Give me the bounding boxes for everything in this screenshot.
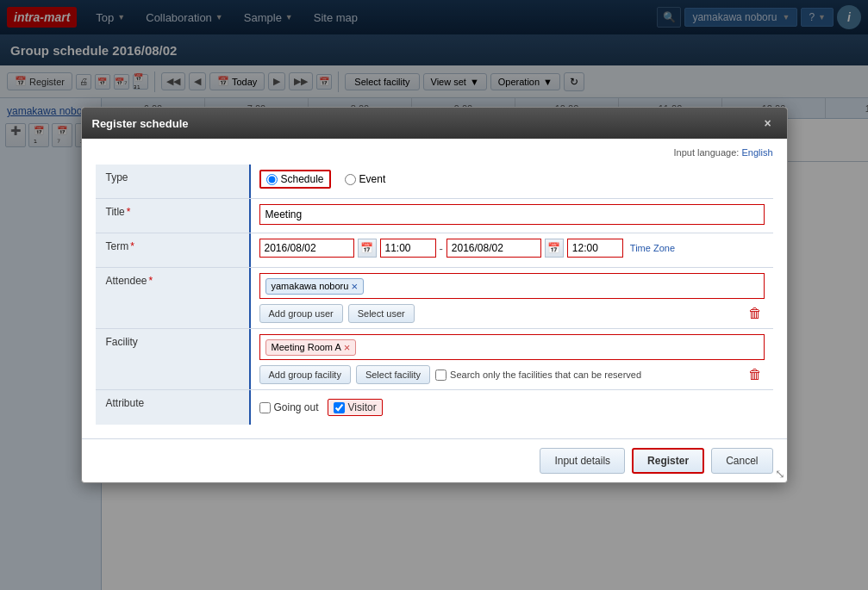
attribute-content: Going out Visitor xyxy=(251,390,773,425)
facility-tag-remove[interactable]: × xyxy=(344,342,351,353)
dialog-close-button[interactable]: × xyxy=(759,115,777,132)
add-group-user-button[interactable]: Add group user xyxy=(259,304,343,323)
dialog-title: Register schedule xyxy=(92,117,189,130)
dialog-body: Input language: English Type Schedule xyxy=(82,139,787,438)
facility-controls: Add group facility Select facility Searc… xyxy=(259,365,765,384)
attendee-required-marker: * xyxy=(149,275,153,287)
term-start-time-input[interactable] xyxy=(380,239,436,258)
attendee-btn-row: Add group user Select user xyxy=(259,304,415,323)
type-content: Schedule Event xyxy=(251,165,773,198)
attribute-label: Attribute xyxy=(96,390,251,425)
going-out-label: Going out xyxy=(274,401,319,413)
type-schedule-radio[interactable] xyxy=(266,174,278,185)
type-row: Type Schedule Event xyxy=(96,165,773,199)
type-schedule-option[interactable]: Schedule xyxy=(259,170,331,189)
title-required-marker: * xyxy=(127,206,131,218)
title-row: Title * xyxy=(96,199,773,233)
facility-content: Meeting Room A × Add group facility Sele… xyxy=(251,329,773,389)
title-input[interactable] xyxy=(259,204,765,225)
facility-delete-icon[interactable]: 🗑 xyxy=(746,365,765,384)
facility-tag: Meeting Room A × xyxy=(265,339,357,356)
resize-handle[interactable]: ⤡ xyxy=(775,467,785,481)
facility-label: Facility xyxy=(96,329,251,389)
attendee-tag-remove[interactable]: × xyxy=(351,281,358,292)
dialog-footer: Input details Register Cancel ⤡ xyxy=(82,438,787,482)
input-language-link[interactable]: English xyxy=(741,147,772,158)
title-label: Title * xyxy=(96,199,251,233)
facility-btn-row: Add group facility Select facility Searc… xyxy=(259,365,642,384)
dialog-header: Register schedule × xyxy=(82,108,787,139)
term-start-date-input[interactable] xyxy=(259,239,354,258)
type-event-option[interactable]: Event xyxy=(345,173,386,185)
attendee-content: yamakawa noboru × Add group user Select … xyxy=(251,268,773,328)
title-content xyxy=(251,199,773,233)
term-required-marker: * xyxy=(130,240,134,252)
term-date-time-row: 📅 - 📅 Time Zone xyxy=(259,239,765,258)
attendee-tag: yamakawa noboru × xyxy=(265,278,364,295)
input-language-row: Input language: English xyxy=(96,147,773,158)
attendee-delete-icon[interactable]: 🗑 xyxy=(746,304,765,323)
facility-tag-area[interactable]: Meeting Room A × xyxy=(259,334,765,360)
attendee-controls: Add group user Select user 🗑 xyxy=(259,304,765,323)
cancel-button[interactable]: Cancel xyxy=(711,448,772,474)
attendee-tag-area[interactable]: yamakawa noboru × xyxy=(259,273,765,299)
term-content: 📅 - 📅 Time Zone xyxy=(251,233,773,267)
add-group-facility-button[interactable]: Add group facility xyxy=(259,365,351,384)
attribute-row: Attribute Going out Visitor xyxy=(96,390,773,425)
term-end-date-input[interactable] xyxy=(446,239,541,258)
term-separator: - xyxy=(440,242,443,255)
select-facility-button-dialog[interactable]: Select facility xyxy=(356,365,430,384)
going-out-checkbox[interactable] xyxy=(259,402,271,413)
select-user-button[interactable]: Select user xyxy=(348,304,415,323)
search-reservable-check: Search only the facilities that can be r… xyxy=(435,370,641,381)
input-details-button[interactable]: Input details xyxy=(540,448,625,474)
term-label: Term * xyxy=(96,233,251,267)
type-label: Type xyxy=(96,165,251,198)
attendee-row: Attendee * yamakawa noboru × Add group u… xyxy=(96,268,773,329)
register-schedule-dialog: Register schedule × Input language: Engl… xyxy=(81,107,788,483)
term-start-date-calendar-icon[interactable]: 📅 xyxy=(358,239,377,258)
visitor-checkbox[interactable] xyxy=(334,402,345,413)
type-radio-group: Schedule Event xyxy=(259,170,765,189)
visitor-row: Visitor xyxy=(328,399,383,416)
modal-overlay: Register schedule × Input language: Engl… xyxy=(0,0,868,590)
type-event-radio[interactable] xyxy=(345,174,356,185)
term-end-time-input[interactable] xyxy=(567,239,623,258)
attendee-label: Attendee * xyxy=(96,268,251,328)
register-button-dialog[interactable]: Register xyxy=(632,448,704,474)
search-reservable-checkbox[interactable] xyxy=(435,370,446,381)
visitor-label: Visitor xyxy=(348,401,377,413)
time-zone-link[interactable]: Time Zone xyxy=(630,243,675,253)
going-out-row: Going out xyxy=(259,401,319,413)
term-end-date-calendar-icon[interactable]: 📅 xyxy=(545,239,564,258)
term-row: Term * 📅 - 📅 Time Zone xyxy=(96,233,773,268)
facility-row: Facility Meeting Room A × Add group faci… xyxy=(96,329,773,390)
